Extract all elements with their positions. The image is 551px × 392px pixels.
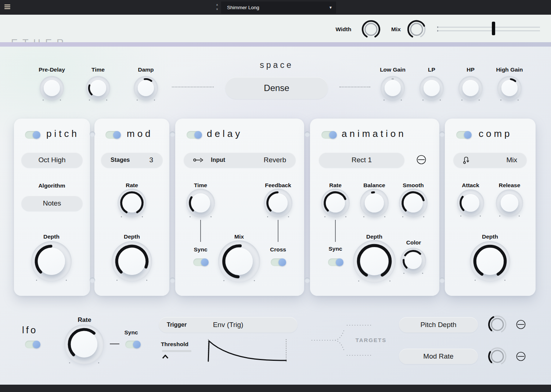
stages-label: Stages bbox=[111, 157, 130, 163]
delay-enable-toggle[interactable] bbox=[187, 131, 201, 139]
comp-depth-label: Depth bbox=[468, 233, 512, 240]
comp-enable-toggle[interactable] bbox=[456, 131, 471, 139]
delay-mix-knob[interactable] bbox=[222, 244, 257, 279]
preset-selector[interactable]: Shimmer Long ▼ bbox=[221, 1, 336, 14]
pitch-enable-toggle[interactable] bbox=[25, 131, 40, 139]
animation-remove-button[interactable] bbox=[416, 155, 426, 165]
target-pitch-amount-knob[interactable] bbox=[488, 315, 507, 334]
low-gain-knob[interactable] bbox=[382, 78, 403, 98]
high-gain-knob[interactable] bbox=[499, 78, 520, 98]
lfo-enable-toggle[interactable] bbox=[25, 341, 40, 348]
sidechain-route-icon bbox=[463, 156, 470, 164]
pitch-panel: pitch Oct High Algorithm Notes Depth bbox=[14, 119, 90, 296]
anim-rate-label: Rate bbox=[313, 182, 357, 189]
smooth-knob[interactable] bbox=[401, 191, 425, 215]
width-knob[interactable] bbox=[361, 20, 381, 39]
pitch-title: pitch bbox=[46, 128, 79, 139]
release-knob[interactable] bbox=[498, 192, 521, 214]
target-pitch-remove-button[interactable] bbox=[516, 319, 526, 330]
ether-plugin-window: ▲▼ Shimmer Long ▼ ETHER Width Mix Pre-De… bbox=[0, 0, 551, 392]
attack-label: Attack bbox=[449, 182, 493, 189]
target-mod-remove-button[interactable] bbox=[516, 351, 526, 362]
stages-value: 3 bbox=[149, 156, 153, 164]
damp-label: Damp bbox=[124, 66, 168, 73]
delay-mix-label: Mix bbox=[217, 233, 261, 240]
target-slot-pitch-depth[interactable]: Pitch Depth bbox=[399, 317, 478, 333]
color-label: Color bbox=[392, 239, 436, 246]
menu-icon[interactable] bbox=[4, 4, 12, 10]
feedback-knob[interactable] bbox=[266, 191, 290, 215]
slider-handle[interactable] bbox=[492, 22, 495, 35]
animation-panel: animation Rect 1 Rate Balance Smooth Syn… bbox=[310, 119, 439, 296]
panel-notch bbox=[90, 131, 95, 137]
spinner-up-icon[interactable]: ▲ bbox=[215, 2, 220, 7]
signal-route-icon bbox=[193, 157, 204, 163]
threshold-label: Threshold bbox=[161, 341, 201, 348]
delay-time-label: Time bbox=[179, 182, 223, 189]
space-selector[interactable]: Dense bbox=[225, 77, 328, 99]
preset-name: Shimmer Long bbox=[227, 5, 259, 10]
comp-panel: comp Mix Attack Release Depth bbox=[445, 119, 536, 296]
accent-strip bbox=[0, 42, 551, 47]
pre-delay-label: Pre-Delay bbox=[30, 66, 74, 73]
time-label: Time bbox=[76, 66, 120, 73]
space-title: space bbox=[240, 60, 313, 70]
chevron-up-icon bbox=[162, 354, 169, 359]
delay-panel: delay Input Reverb Time Feedback Mix Syn… bbox=[175, 119, 304, 296]
release-label: Release bbox=[487, 182, 532, 189]
pitch-algorithm-selector[interactable]: Notes bbox=[21, 196, 83, 211]
pitch-mode-selector[interactable]: Oct High bbox=[21, 152, 83, 168]
target-mod-amount-knob[interactable] bbox=[488, 347, 507, 366]
panel-notch bbox=[305, 131, 310, 137]
anim-depth-knob[interactable] bbox=[356, 243, 392, 279]
threshold-track[interactable] bbox=[162, 350, 191, 352]
anim-rate-knob[interactable] bbox=[323, 191, 347, 215]
comp-title: comp bbox=[479, 128, 512, 139]
algorithm-label: Algorithm bbox=[30, 182, 74, 189]
mix-knob[interactable] bbox=[407, 20, 426, 39]
delay-sync-toggle[interactable] bbox=[193, 258, 208, 266]
feedback-cross-connector bbox=[278, 220, 278, 242]
balance-knob[interactable] bbox=[362, 191, 386, 215]
pitch-depth-knob[interactable] bbox=[34, 244, 69, 279]
target-slot-mod-rate[interactable]: Mod Rate bbox=[399, 349, 478, 364]
mod-rate-label: Rate bbox=[110, 182, 154, 189]
caret-down-icon: ▼ bbox=[329, 6, 332, 10]
trigger-value: Env (Trig) bbox=[213, 321, 244, 329]
pre-delay-knob[interactable] bbox=[42, 78, 62, 98]
anim-sync-label: Sync bbox=[313, 246, 357, 252]
comp-mode-selector[interactable]: Mix bbox=[453, 152, 527, 168]
time-knob[interactable] bbox=[88, 78, 108, 98]
cross-toggle[interactable] bbox=[271, 258, 285, 266]
smooth-label: Smooth bbox=[391, 182, 435, 189]
anim-sync-toggle[interactable] bbox=[328, 258, 343, 266]
preset-spinner[interactable]: ▲▼ bbox=[215, 2, 220, 12]
spinner-down-icon[interactable]: ▼ bbox=[215, 7, 220, 12]
mod-enable-toggle[interactable] bbox=[105, 131, 120, 139]
trigger-selector[interactable]: Trigger Env (Trig) bbox=[159, 317, 298, 333]
damp-knob[interactable] bbox=[136, 78, 156, 98]
lp-knob[interactable] bbox=[421, 78, 442, 98]
attack-knob[interactable] bbox=[459, 192, 482, 214]
pitch-depth-label: Depth bbox=[29, 233, 73, 240]
comp-depth-knob[interactable] bbox=[473, 244, 507, 279]
mod-stages-selector[interactable]: Stages 3 bbox=[101, 152, 163, 168]
preset-morph-slider[interactable] bbox=[437, 22, 540, 35]
mod-rate-knob[interactable] bbox=[120, 191, 144, 215]
hp-knob[interactable] bbox=[460, 78, 481, 98]
mod-depth-knob[interactable] bbox=[115, 244, 149, 279]
threshold-handle[interactable] bbox=[162, 354, 169, 359]
comp-mode-value: Mix bbox=[506, 156, 517, 164]
lfo-rate-knob[interactable] bbox=[67, 327, 101, 361]
delay-input-selector[interactable]: Input Reverb bbox=[184, 152, 296, 168]
lfo-sync-toggle[interactable] bbox=[125, 341, 140, 348]
color-knob[interactable] bbox=[402, 250, 424, 272]
low-gain-label: Low Gain bbox=[371, 66, 415, 73]
delay-time-knob[interactable] bbox=[188, 191, 213, 215]
lfo-title: lfo bbox=[22, 324, 37, 336]
lfo-sync-connector bbox=[110, 344, 119, 344]
animation-enable-toggle[interactable] bbox=[321, 131, 336, 139]
mix-label: Mix bbox=[389, 26, 403, 33]
animation-shape-selector[interactable]: Rect 1 bbox=[319, 152, 404, 168]
rate-sync-connector bbox=[335, 220, 336, 242]
